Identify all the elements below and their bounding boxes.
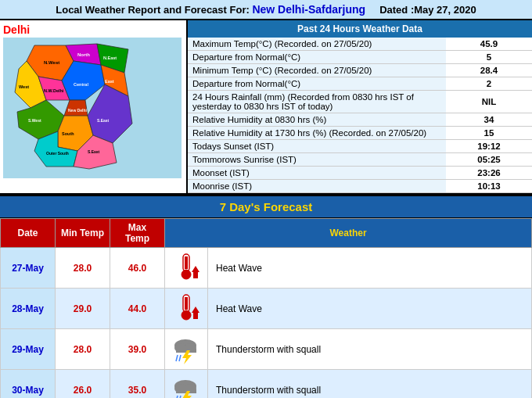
- weather-label: Relative Humidity at 0830 hrs (%): [188, 113, 446, 127]
- forecast-date: 27-May: [1, 248, 56, 289]
- forecast-icon: [165, 370, 208, 399]
- forecast-max-temp: 35.0: [110, 370, 165, 399]
- forecast-row: 28-May 29.0 44.0 Heat Wave: [1, 289, 532, 329]
- top-section: Delhi: [0, 20, 532, 195]
- weather-value: 2: [446, 77, 532, 91]
- weather-row: Departure from Normal(°C) 5: [188, 51, 532, 64]
- weather-label: Departure from Normal(°C): [188, 77, 446, 91]
- forecast-date: 29-May: [1, 329, 56, 370]
- col-min-temp: Min Temp: [56, 219, 110, 248]
- weather-row: Todays Sunset (IST) 19:12: [188, 140, 532, 153]
- weather-value: 28.4: [446, 64, 532, 77]
- weather-label: Relative Humidity at 1730 hrs (%) (Recor…: [188, 127, 446, 140]
- weather-row: Moonrise (IST) 10:13: [188, 180, 532, 193]
- svg-marker-35: [192, 307, 200, 313]
- svg-text:North: North: [77, 52, 90, 57]
- forecast-max-temp: 46.0: [110, 248, 165, 289]
- weather-value: 45.9: [446, 38, 532, 51]
- map-area: Delhi: [0, 20, 188, 193]
- weather-row: Tommorows Sunrise (IST) 05:25: [188, 153, 532, 167]
- svg-text:N.East: N.East: [103, 56, 117, 60]
- forecast-weather: Heat Wave: [208, 248, 532, 289]
- svg-rect-33: [185, 297, 188, 310]
- header-label: Local Weather Report and Forecast For:: [56, 4, 250, 16]
- weather-data-panel: Past 24 Hours Weather Data Maximum Temp(…: [188, 20, 532, 193]
- forecast-max-temp: 44.0: [110, 289, 165, 329]
- forecast-weather: Thunderstorm with squall: [208, 370, 532, 399]
- forecast-min-temp: 26.0: [56, 370, 110, 399]
- forecast-section: 7 Day's Forecast Date Min Temp Max Temp …: [0, 195, 532, 398]
- weather-row: Maximum Temp(°C) (Recorded. on 27/05/20)…: [188, 38, 532, 51]
- weather-label: Departure from Normal(°C): [188, 51, 446, 64]
- forecast-icon: [165, 248, 208, 289]
- weather-value: 10:13: [446, 180, 532, 193]
- col-date: Date: [1, 219, 56, 248]
- weather-data-header: Past 24 Hours Weather Data: [188, 20, 532, 38]
- map-title: Delhi: [3, 23, 183, 36]
- forecast-row: 29-May 28.0 39.0 Thunderstorm with squal…: [1, 329, 532, 370]
- weather-value: 19:12: [446, 140, 532, 153]
- weather-value: 05:25: [446, 153, 532, 167]
- weather-label: Maximum Temp(°C) (Recorded. on 27/05/20): [188, 38, 446, 51]
- svg-rect-36: [193, 313, 198, 319]
- svg-point-29: [182, 270, 191, 279]
- col-max-temp: Max Temp: [110, 219, 165, 248]
- weather-label: Moonrise (IST): [188, 180, 446, 193]
- weather-label: Minimum Temp (°C) (Recorded. on 27/05/20…: [188, 64, 446, 77]
- weather-value: 34: [446, 113, 532, 127]
- svg-line-42: [176, 355, 178, 361]
- forecast-min-temp: 28.0: [56, 329, 110, 370]
- svg-text:West: West: [19, 84, 29, 89]
- forecast-row: 27-May 28.0 46.0 Heat Wave: [1, 248, 532, 289]
- weather-value: NIL: [446, 91, 532, 113]
- svg-text:S.East: S.East: [88, 149, 100, 154]
- weather-row: Relative Humidity at 0830 hrs (%) 34: [188, 113, 532, 127]
- page-header: Local Weather Report and Forecast For: N…: [0, 0, 532, 20]
- svg-text:N.W.Delhi: N.W.Delhi: [44, 88, 64, 93]
- svg-marker-30: [192, 266, 200, 272]
- header-date: Dated :May 27, 2020: [379, 4, 476, 16]
- weather-row: 24 Hours Rainfall (mm) (Recorded from 08…: [188, 91, 532, 113]
- forecast-weather: Heat Wave: [208, 289, 532, 329]
- forecast-row: 30-May 26.0 35.0 Thunderstorm with squal…: [1, 370, 532, 399]
- weather-value: 23:26: [446, 167, 532, 180]
- weather-row: Relative Humidity at 1730 hrs (%) (Recor…: [188, 127, 532, 140]
- weather-label: Tommorows Sunrise (IST): [188, 153, 446, 167]
- forecast-date: 30-May: [1, 370, 56, 399]
- weather-label: Todays Sunset (IST): [188, 140, 446, 153]
- weather-value: 15: [446, 127, 532, 140]
- svg-text:S.West: S.West: [28, 118, 41, 123]
- forecast-min-temp: 29.0: [56, 289, 110, 329]
- header-location: New Delhi-Safdarjung: [252, 3, 365, 16]
- weather-label: Moonset (IST): [188, 167, 446, 180]
- svg-text:S.East: S.East: [97, 118, 110, 123]
- forecast-table: Date Min Temp Max Temp Weather 27-May 28…: [0, 218, 532, 398]
- weather-table: Maximum Temp(°C) (Recorded. on 27/05/20)…: [188, 38, 532, 193]
- weather-row: Minimum Temp (°C) (Recorded. on 27/05/20…: [188, 64, 532, 77]
- forecast-max-temp: 39.0: [110, 329, 165, 370]
- forecast-icon: [165, 329, 208, 370]
- svg-point-34: [182, 310, 191, 320]
- forecast-header: 7 Day's Forecast: [0, 195, 532, 218]
- svg-rect-28: [185, 256, 188, 269]
- forecast-weather: Thunderstorm with squall: [208, 329, 532, 370]
- forecast-min-temp: 28.0: [56, 248, 110, 289]
- weather-label: 24 Hours Rainfall (mm) (Recorded from 08…: [188, 91, 446, 113]
- weather-value: 5: [446, 51, 532, 64]
- svg-text:East: East: [105, 79, 114, 84]
- delhi-map: N.West North N.East West N.W.Delhi Centr…: [3, 38, 182, 178]
- svg-rect-31: [193, 272, 198, 278]
- svg-text:South: South: [62, 131, 74, 136]
- weather-row: Moonset (IST) 23:26: [188, 167, 532, 180]
- svg-text:Outer South: Outer South: [46, 151, 69, 156]
- svg-text:Central: Central: [74, 82, 88, 87]
- forecast-icon: [165, 289, 208, 329]
- svg-line-43: [179, 355, 181, 361]
- svg-text:N.West: N.West: [44, 60, 59, 65]
- svg-text:New Delhi: New Delhi: [68, 108, 88, 113]
- col-weather: Weather: [165, 219, 532, 248]
- weather-row: Departure from Normal(°C) 2: [188, 77, 532, 91]
- forecast-date: 28-May: [1, 289, 56, 329]
